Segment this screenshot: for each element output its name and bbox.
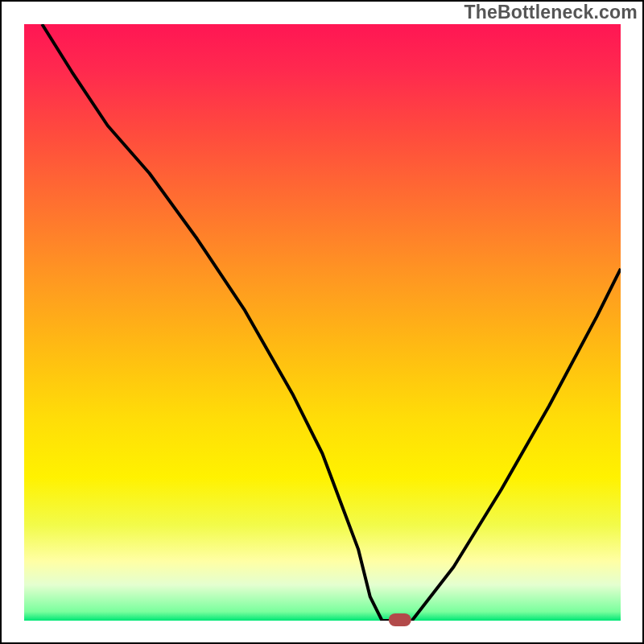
watermark-text: TheBottleneck.com <box>464 2 638 23</box>
bottleneck-chart: TheBottleneck.com <box>0 0 644 644</box>
optimal-point-marker <box>389 613 411 626</box>
chart-svg <box>0 0 644 644</box>
chart-plot-background <box>24 24 621 621</box>
